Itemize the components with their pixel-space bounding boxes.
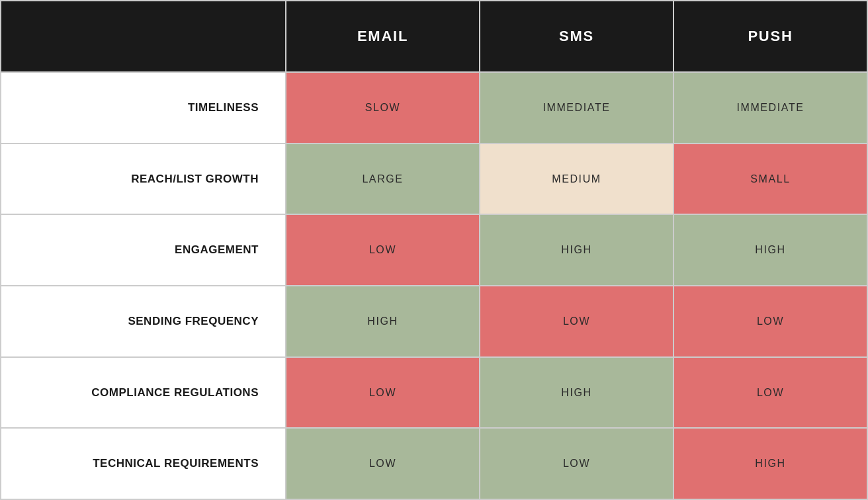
row-3-sms: LOW [480,286,674,356]
row-0-email: SLOW [286,73,480,143]
data-row-0: TIMELINESS SLOW IMMEDIATE IMMEDIATE [1,73,867,144]
header-label-cell [1,1,286,71]
row-5-sms: LOW [480,429,674,499]
row-1-email: LARGE [286,144,480,214]
data-row-4: COMPLIANCE REGULATIONS LOW HIGH LOW [1,358,867,429]
row-4-email: LOW [286,358,480,428]
row-label-5: TECHNICAL REQUIREMENTS [1,429,286,499]
header-row: EMAIL SMS PUSH [1,1,867,73]
row-5-push: HIGH [674,429,867,499]
row-1-push: SMALL [674,144,867,214]
row-label-4: COMPLIANCE REGULATIONS [1,358,286,428]
row-label-1: REACH/LIST GROWTH [1,144,286,214]
data-row-3: SENDING FREQUENCY HIGH LOW LOW [1,286,867,358]
row-2-sms: HIGH [480,215,674,285]
data-row-1: REACH/LIST GROWTH LARGE MEDIUM SMALL [1,144,867,216]
header-email: EMAIL [286,1,480,71]
row-0-sms: IMMEDIATE [480,73,674,143]
row-3-push: LOW [674,286,867,356]
row-2-push: HIGH [674,215,867,285]
comparison-table: EMAIL SMS PUSH TIMELINESS SLOW IMMEDIATE… [0,0,868,500]
row-1-sms: MEDIUM [480,144,674,214]
row-2-email: LOW [286,215,480,285]
row-4-push: LOW [674,358,867,428]
row-5-email: LOW [286,429,480,499]
data-row-5: TECHNICAL REQUIREMENTS LOW LOW HIGH [1,429,867,499]
row-label-2: ENGAGEMENT [1,215,286,285]
row-0-push: IMMEDIATE [674,73,867,143]
row-3-email: HIGH [286,286,480,356]
row-label-0: TIMELINESS [1,73,286,143]
header-sms: SMS [480,1,674,71]
row-label-3: SENDING FREQUENCY [1,286,286,356]
data-row-2: ENGAGEMENT LOW HIGH HIGH [1,215,867,286]
row-4-sms: HIGH [480,358,674,428]
header-push: PUSH [674,1,867,71]
